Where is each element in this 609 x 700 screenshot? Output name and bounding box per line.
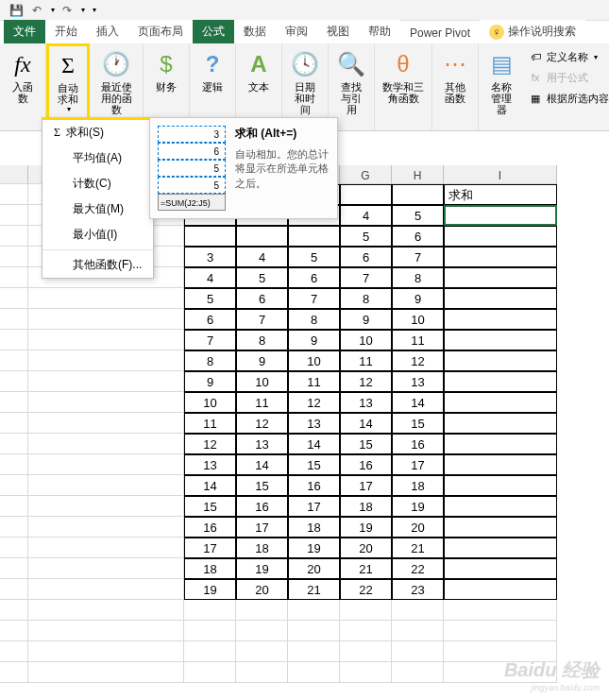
undo-dropdown-icon[interactable]: ▾ — [51, 6, 55, 14]
grid-cell[interactable] — [340, 662, 392, 683]
grid-cell[interactable]: 5 — [392, 205, 444, 226]
grid-cell[interactable]: 8 — [340, 288, 392, 309]
grid-cell[interactable] — [444, 600, 557, 621]
grid-cell[interactable]: 17 — [392, 454, 444, 475]
grid-cell[interactable]: 5 — [288, 247, 340, 267]
column-header[interactable]: G — [340, 165, 392, 184]
grid-cell[interactable] — [444, 288, 557, 309]
grid-cell[interactable] — [28, 558, 184, 579]
grid-cell[interactable] — [28, 538, 184, 558]
grid-cell[interactable]: 22 — [392, 558, 444, 579]
grid-cell[interactable] — [236, 600, 288, 621]
define-name-button[interactable]: 🏷 定义名称 ▾ — [524, 47, 609, 66]
menu-item-max[interactable]: 最大值(M) — [42, 196, 153, 222]
save-icon[interactable]: 💾 — [8, 2, 25, 19]
grid-cell[interactable] — [236, 621, 288, 641]
grid-cell[interactable] — [444, 226, 557, 247]
create-from-sel-button[interactable]: ▦ 根据所选内容创建 — [524, 89, 609, 108]
recent-fn-button[interactable]: 🕐 最近使用的函数 — [95, 47, 137, 117]
grid-cell[interactable] — [340, 600, 392, 621]
grid-cell[interactable]: 19 — [184, 579, 236, 600]
grid-cell[interactable] — [0, 662, 28, 683]
menu-item-avg[interactable]: 平均值(A) — [42, 145, 153, 171]
grid-cell[interactable] — [0, 454, 28, 475]
grid-cell[interactable] — [288, 641, 340, 662]
grid-cell[interactable] — [184, 226, 236, 247]
column-header[interactable]: I — [444, 165, 557, 184]
grid-cell[interactable] — [0, 247, 28, 267]
grid-cell[interactable]: 19 — [340, 517, 392, 538]
grid-cell[interactable]: 14 — [288, 434, 340, 454]
tab-help[interactable]: 帮助 — [359, 20, 400, 43]
grid-cell[interactable]: 18 — [236, 538, 288, 558]
grid-cell[interactable]: 10 — [288, 350, 340, 371]
grid-cell[interactable] — [28, 662, 184, 683]
grid-cell[interactable]: 6 — [392, 226, 444, 247]
grid-cell[interactable]: 15 — [236, 475, 288, 496]
column-header[interactable]: H — [392, 165, 444, 184]
tab-formulas[interactable]: 公式 — [193, 20, 234, 43]
tab-page-layout[interactable]: 页面布局 — [128, 20, 193, 43]
grid-cell[interactable]: 21 — [288, 579, 340, 600]
grid-cell[interactable] — [0, 579, 28, 600]
grid-cell[interactable]: 12 — [392, 350, 444, 371]
grid-cell[interactable] — [0, 288, 28, 309]
grid-cell[interactable] — [0, 517, 28, 538]
grid-cell[interactable]: 20 — [392, 517, 444, 538]
grid-cell[interactable] — [0, 558, 28, 579]
grid-cell[interactable] — [28, 392, 184, 413]
grid-cell[interactable] — [28, 496, 184, 517]
grid-cell[interactable] — [444, 330, 557, 350]
datetime-button[interactable]: 🕓 日期和时间 — [288, 47, 322, 117]
grid-cell[interactable] — [28, 454, 184, 475]
grid-cell[interactable]: 6 — [184, 309, 236, 330]
grid-cell[interactable]: 23 — [392, 579, 444, 600]
grid-cell[interactable]: 7 — [184, 330, 236, 350]
grid-cell[interactable]: 5 — [340, 226, 392, 247]
grid-cell[interactable] — [28, 434, 184, 454]
tab-data[interactable]: 数据 — [234, 20, 276, 43]
grid-cell[interactable] — [0, 350, 28, 371]
grid-cell[interactable] — [444, 434, 557, 454]
grid-cell[interactable]: 15 — [392, 413, 444, 434]
grid-cell[interactable] — [28, 330, 184, 350]
grid-cell[interactable]: 17 — [340, 475, 392, 496]
grid-cell[interactable]: 12 — [340, 371, 392, 392]
text-button[interactable]: A 文本 — [242, 47, 276, 94]
grid-cell[interactable] — [444, 517, 557, 538]
tab-home[interactable]: 开始 — [45, 20, 87, 43]
grid-cell[interactable]: 16 — [184, 517, 236, 538]
grid-cell[interactable]: 13 — [184, 454, 236, 475]
grid-cell[interactable]: 9 — [236, 350, 288, 371]
grid-cell[interactable] — [444, 350, 557, 371]
grid-cell[interactable] — [392, 184, 444, 205]
grid-cell[interactable]: 12 — [236, 413, 288, 434]
grid-cell[interactable] — [340, 641, 392, 662]
grid-cell[interactable]: 21 — [340, 558, 392, 579]
grid-cell[interactable]: 18 — [340, 496, 392, 517]
grid-cell[interactable]: 18 — [392, 475, 444, 496]
grid-cell[interactable]: 9 — [392, 288, 444, 309]
grid-cell[interactable] — [0, 413, 28, 434]
tab-tell-me[interactable]: ♀ 操作说明搜索 — [480, 20, 585, 43]
grid-cell[interactable]: 14 — [392, 392, 444, 413]
grid-cell[interactable]: 11 — [392, 330, 444, 350]
grid-cell[interactable] — [0, 226, 28, 247]
grid-cell[interactable]: 8 — [288, 309, 340, 330]
grid-cell[interactable]: 11 — [288, 371, 340, 392]
grid-cell[interactable] — [444, 496, 557, 517]
grid-cell[interactable]: 8 — [236, 330, 288, 350]
grid-cell[interactable] — [0, 205, 28, 226]
grid-cell[interactable] — [444, 247, 557, 267]
grid-cell[interactable]: 20 — [288, 558, 340, 579]
grid-cell[interactable] — [236, 641, 288, 662]
grid-cell[interactable]: 11 — [340, 350, 392, 371]
use-in-formula-button[interactable]: fx 用于公式 — [524, 68, 609, 87]
grid-cell[interactable]: 19 — [392, 496, 444, 517]
grid-cell[interactable] — [0, 600, 28, 621]
grid-cell[interactable]: 10 — [392, 309, 444, 330]
grid-cell[interactable] — [392, 621, 444, 641]
grid-cell[interactable] — [28, 309, 184, 330]
grid-cell[interactable]: 22 — [340, 579, 392, 600]
grid-cell[interactable]: 16 — [392, 434, 444, 454]
